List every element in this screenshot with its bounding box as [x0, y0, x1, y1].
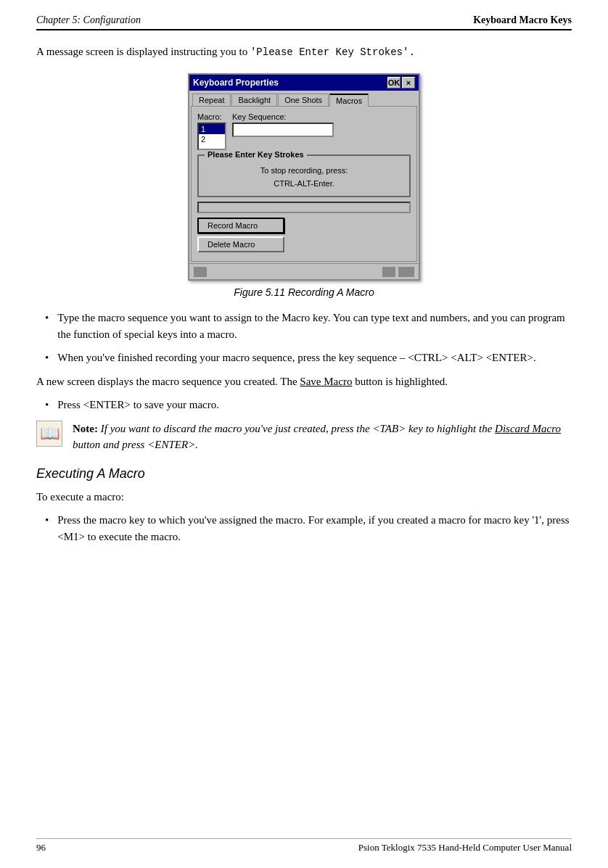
record-macro-button[interactable]: Record Macro — [197, 218, 284, 233]
stop-recording-line1: To stop recording, press: — [208, 165, 400, 178]
taskbar-icons-right — [382, 267, 414, 277]
dialog-tabs: Repeat Backlight One Shots Macros — [189, 91, 419, 106]
key-sequence-label: Key Sequence: — [232, 112, 334, 121]
intro-code: 'Please Enter Key Strokes'. — [250, 46, 415, 58]
page-footer: 96 Psion Teklogix 7535 Hand-Held Compute… — [36, 838, 572, 853]
keyboard-properties-dialog: Keyboard Properties OK × Repeat Backligh… — [188, 73, 420, 281]
titlebar-buttons: OK × — [387, 77, 415, 88]
delete-macro-button[interactable]: Delete Macro — [197, 236, 284, 252]
key-sequence-col: Key Sequence: — [232, 112, 334, 137]
taskbar-icon-right1 — [382, 267, 395, 277]
stop-recording-line2: CTRL-ALT-Enter. — [208, 178, 400, 191]
dialog-titlebar: Keyboard Properties OK × — [189, 75, 419, 91]
intro-text: A message screen is displayed instructin… — [36, 46, 250, 57]
bullet-item-2: When you've finished recording your macr… — [36, 350, 572, 366]
please-enter-box: Please Enter Key Strokes To stop recordi… — [197, 154, 411, 197]
note-content: Note: If you want to discard the macro y… — [73, 421, 572, 453]
discard-macro-code: Discard Macro — [495, 423, 561, 434]
paragraph1-text: A new screen displays the macro sequence… — [36, 376, 300, 387]
macro-item-2[interactable]: 2 — [199, 134, 225, 144]
note-italic-text: If you want to discard the macro you've … — [73, 423, 561, 451]
dialog-content-area: Macro: 1 2 Key Sequence: Please Enter Ke… — [191, 106, 417, 262]
taskbar-icon-right2 — [398, 267, 414, 277]
bullet-item-3: Press <ENTER> to save your macro. — [36, 397, 572, 413]
note-book-icon: 📖 — [36, 421, 62, 447]
dialog-taskbar — [189, 263, 419, 279]
bullet-item-4: Press the macro key to which you've assi… — [36, 512, 572, 545]
executing-macro-heading: Executing A Macro — [36, 466, 572, 481]
tab-macros[interactable]: Macros — [329, 94, 369, 107]
save-macro-paragraph: A new screen displays the macro sequence… — [36, 373, 572, 390]
dialog-title: Keyboard Properties — [193, 78, 279, 88]
page-header: Chapter 5: Configuration Keyboard Macro … — [36, 15, 572, 30]
note-label: Note: — [73, 423, 98, 434]
please-enter-title: Please Enter Key Strokes — [205, 150, 307, 159]
bullet-list-3: Press the macro key to which you've assi… — [36, 512, 572, 545]
paragraph1-end: button is highlighted. — [352, 376, 448, 387]
tab-backlight[interactable]: Backlight — [231, 94, 277, 106]
macro-label: Macro: — [197, 112, 226, 121]
taskbar-icon-left — [194, 267, 207, 277]
executing-intro: To execute a macro: — [36, 489, 572, 505]
tab-repeat[interactable]: Repeat — [192, 94, 231, 106]
close-button[interactable]: × — [402, 77, 415, 88]
footer-text: Psion Teklogix 7535 Hand-Held Computer U… — [358, 842, 572, 853]
chapter-title: Chapter 5: Configuration — [36, 15, 141, 26]
please-enter-text: To stop recording, press: CTRL-ALT-Enter… — [208, 165, 400, 190]
section-title: Keyboard Macro Keys — [473, 15, 572, 26]
figure-caption: Figure 5.11 Recording A Macro — [36, 286, 572, 298]
key-sequence-input[interactable] — [232, 123, 334, 137]
page: Chapter 5: Configuration Keyboard Macro … — [0, 0, 608, 868]
dialog-container: Keyboard Properties OK × Repeat Backligh… — [36, 73, 572, 281]
note-row: 📖 Note: If you want to discard the macro… — [36, 421, 572, 453]
page-number: 96 — [36, 842, 46, 853]
bullet-list-1: Type the macro sequence you want to assi… — [36, 310, 572, 366]
macro-col: Macro: 1 2 — [197, 112, 226, 150]
intro-paragraph: A message screen is displayed instructin… — [36, 44, 572, 60]
tab-one-shots[interactable]: One Shots — [278, 94, 329, 106]
ok-button[interactable]: OK — [387, 77, 400, 88]
macro-listbox[interactable]: 1 2 — [197, 123, 226, 150]
macro-item-1[interactable]: 1 — [199, 124, 225, 134]
bullet-list-2: Press <ENTER> to save your macro. — [36, 397, 572, 413]
save-macro-code: Save Macro — [300, 376, 352, 387]
progress-bar — [197, 202, 411, 213]
macro-row: Macro: 1 2 Key Sequence: — [197, 112, 411, 150]
bullet-item-1: Type the macro sequence you want to assi… — [36, 310, 572, 342]
